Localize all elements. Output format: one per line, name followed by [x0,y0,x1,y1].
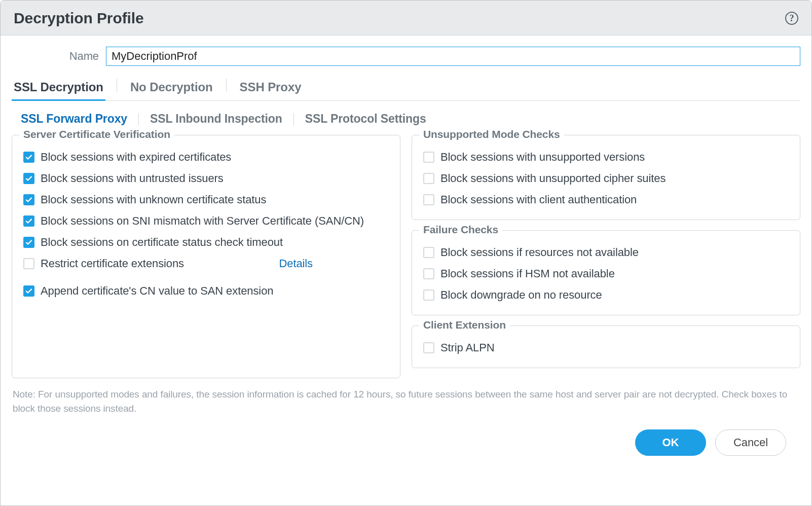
check-label: Block sessions if resources not availabl… [440,246,639,259]
name-label: Name [12,50,99,63]
fieldset-client-extension: Client Extension Strip ALPN [412,326,800,368]
fieldset-legend: Unsupported Mode Checks [419,128,564,140]
checkbox-icon[interactable] [23,237,34,248]
name-input[interactable] [106,47,800,66]
check-label: Block sessions with unsupported versions [440,151,645,164]
check-append-cn-to-san[interactable]: Append certificate's CN value to SAN ext… [22,280,390,302]
check-label: Block sessions on SNI mismatch with Serv… [41,214,364,228]
check-strip-alpn[interactable]: Strip ALPN [422,337,790,358]
check-label: Restrict certificate extensions [41,257,184,270]
left-column: Server Certificate Verification Block se… [12,135,400,378]
checkbox-icon[interactable] [23,194,34,205]
tab-no-decryption[interactable]: No Decryption [128,75,215,100]
checkbox-icon[interactable] [23,215,34,227]
checkbox-icon[interactable] [423,194,434,205]
fieldset-failure-checks: Failure Checks Block sessions if resourc… [412,230,800,315]
check-label: Block sessions with unknown certificate … [41,193,266,206]
check-label: Block sessions with untrusted issuers [41,172,224,185]
details-link[interactable]: Details [279,257,313,270]
tab-ssl-inbound-inspection[interactable]: SSL Inbound Inspection [150,112,282,126]
tab-separator [293,113,294,125]
check-block-expired-certs[interactable]: Block sessions with expired certificates [22,147,390,168]
tab-ssl-protocol-settings[interactable]: SSL Protocol Settings [305,112,426,126]
check-label: Block sessions on certificate status che… [41,236,283,249]
help-icon[interactable]: ? [785,12,798,25]
check-block-resources-na[interactable]: Block sessions if resources not availabl… [422,242,790,263]
check-block-client-auth[interactable]: Block sessions with client authenticatio… [422,189,790,210]
tab-separator [138,113,139,125]
check-label: Block sessions with expired certificates [41,151,231,164]
tab-separator [117,79,117,92]
checkbox-icon[interactable] [423,342,434,353]
tab-separator [226,79,227,92]
check-block-unsupported-versions[interactable]: Block sessions with unsupported versions [422,147,790,168]
check-label: Strip ALPN [440,341,495,354]
fieldset-server-cert-verification: Server Certificate Verification Block se… [12,135,400,378]
check-label: Block sessions if HSM not available [440,267,615,280]
checkbox-icon[interactable] [23,258,34,269]
dialog-body: Name SSL Decryption No Decryption SSH Pr… [1,35,811,505]
check-block-untrusted-issuers[interactable]: Block sessions with untrusted issuers [22,168,390,189]
name-row: Name [12,47,800,66]
check-label: Block downgrade on no resource [440,288,602,302]
dialog-title: Decryption Profile [14,10,144,27]
ok-button[interactable]: OK [635,429,706,456]
check-block-unknown-cert-status[interactable]: Block sessions with unknown certificate … [22,189,390,210]
check-restrict-cert-extensions[interactable]: Restrict certificate extensions Details [22,253,390,274]
check-block-unsupported-ciphers[interactable]: Block sessions with unsupported cipher s… [422,168,790,189]
tab-ssl-decryption[interactable]: SSL Decryption [12,75,105,100]
check-block-hsm-na[interactable]: Block sessions if HSM not available [422,263,790,284]
fieldset-legend: Server Certificate Verification [19,128,174,140]
settings-columns: Server Certificate Verification Block se… [12,135,800,378]
cancel-button[interactable]: Cancel [715,429,786,456]
dialog-footer: OK Cancel [12,415,800,469]
tab-ssl-forward-proxy[interactable]: SSL Forward Proxy [21,112,127,126]
checkbox-icon[interactable] [23,152,34,163]
footer-note: Note: For unsupported modes and failures… [13,387,799,415]
checkbox-icon[interactable] [423,152,434,163]
decryption-profile-dialog: Decryption Profile ? Name SSL Decryption… [0,0,812,506]
fieldset-unsupported-mode-checks: Unsupported Mode Checks Block sessions w… [412,135,800,220]
checkbox-icon[interactable] [23,285,34,297]
check-label: Append certificate's CN value to SAN ext… [41,284,273,298]
checkbox-icon[interactable] [423,173,434,184]
check-block-sni-mismatch[interactable]: Block sessions on SNI mismatch with Serv… [22,210,390,232]
right-column: Unsupported Mode Checks Block sessions w… [412,135,800,368]
fieldset-legend: Failure Checks [419,224,502,236]
checkbox-icon[interactable] [423,247,434,258]
checkbox-icon[interactable] [423,290,434,301]
checkbox-icon[interactable] [23,173,34,184]
tab-ssh-proxy[interactable]: SSH Proxy [238,75,304,100]
dialog-header: Decryption Profile ? [1,1,811,35]
check-label: Block sessions with unsupported cipher s… [440,172,666,185]
check-block-downgrade-no-resource[interactable]: Block downgrade on no resource [422,284,790,306]
top-tabs: SSL Decryption No Decryption SSH Proxy [12,75,800,101]
checkbox-icon[interactable] [423,268,434,279]
fieldset-legend: Client Extension [419,319,510,331]
check-label: Block sessions with client authenticatio… [440,193,637,206]
check-block-cert-status-timeout[interactable]: Block sessions on certificate status che… [22,232,390,253]
